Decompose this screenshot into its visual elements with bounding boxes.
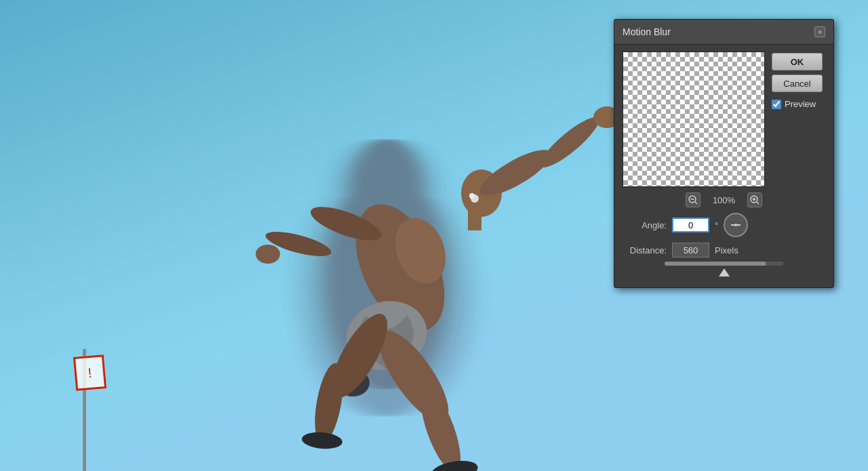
svg-point-14 [256, 245, 280, 264]
dialog-title: Motion Blur [623, 26, 671, 37]
distance-unit: Pixels [715, 245, 738, 255]
preview-checkbox[interactable] [772, 100, 781, 109]
degree-symbol: ° [715, 220, 718, 230]
distance-row: Distance: Pixels [623, 243, 825, 258]
sign-board: ! [73, 354, 106, 391]
angle-row: Angle: ° [623, 213, 825, 237]
preview-check-row: Preview [772, 99, 823, 109]
zoom-out-icon [688, 195, 698, 205]
dialog-close-button[interactable]: × [814, 26, 825, 37]
preview-canvas[interactable] [623, 52, 765, 187]
buttons-panel: OK Cancel Preview [772, 52, 823, 187]
preview-label: Preview [785, 99, 816, 109]
angle-input[interactable] [672, 218, 709, 232]
svg-point-25 [469, 193, 475, 199]
zoom-out-button[interactable] [686, 192, 701, 207]
angle-dial[interactable] [724, 213, 748, 237]
distance-slider-container [623, 262, 825, 277]
athlete-figure [136, 10, 644, 471]
distance-input[interactable] [672, 243, 709, 258]
dialog-titlebar: Motion Blur × [614, 20, 833, 45]
slider-thumb[interactable] [719, 268, 730, 277]
dial-line-indicator [731, 224, 741, 226]
zoom-in-icon [750, 195, 760, 205]
zoom-in-button[interactable] [747, 192, 762, 207]
svg-point-8 [535, 111, 604, 173]
distance-label: Distance: [623, 245, 667, 255]
zoom-row: 100% [623, 192, 825, 207]
ok-button[interactable]: OK [772, 53, 823, 70]
controls-section: Angle: ° Distance: Pixels [623, 213, 825, 277]
motion-blur-dialog: Motion Blur × OK Cancel Preview [614, 19, 834, 288]
svg-line-28 [695, 202, 697, 204]
svg-rect-6 [468, 210, 481, 230]
cancel-button[interactable]: Cancel [772, 75, 823, 92]
svg-line-32 [757, 202, 759, 204]
dialog-main-row: OK Cancel Preview [623, 52, 825, 187]
svg-point-23 [301, 430, 343, 450]
angle-label: Angle: [623, 220, 667, 230]
dialog-body: OK Cancel Preview 100% [614, 45, 833, 287]
zoom-percent: 100% [709, 195, 739, 205]
distance-slider-track[interactable] [665, 262, 783, 266]
